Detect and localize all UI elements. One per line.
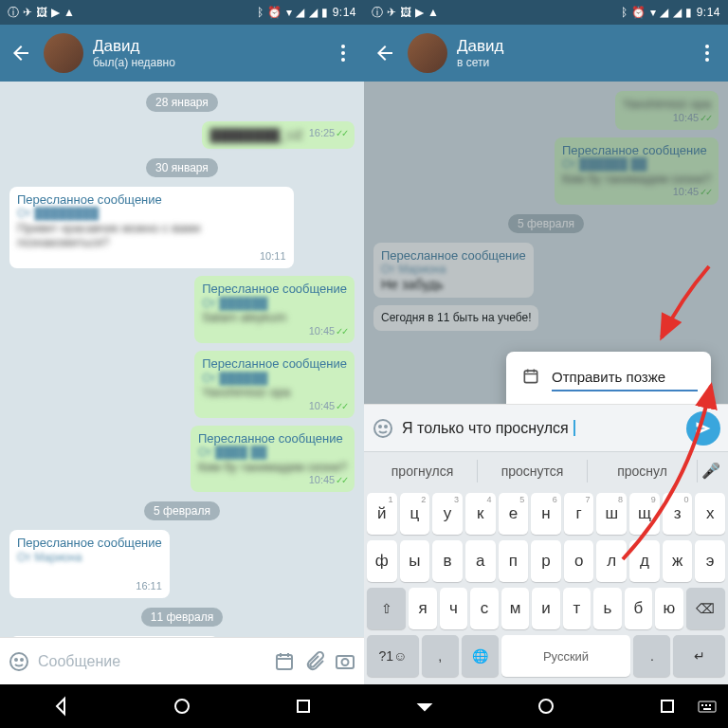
camera-icon[interactable] — [334, 650, 356, 673]
key-space[interactable]: Русский — [501, 635, 631, 677]
key-ю[interactable]: ю — [655, 588, 682, 629]
svg-point-4 — [15, 659, 17, 661]
nav-keyboard-button[interactable] — [696, 695, 719, 718]
nav-back-button[interactable] — [413, 695, 436, 718]
key-symbols[interactable]: ?1☺ — [367, 635, 419, 677]
status-bar: ⓘ ✈ 🖼 ▶ ▲ ᛒ ⏰ ▾ ◢ ◢ ▮ 9:14 — [364, 0, 728, 25]
nav-recent-button[interactable] — [292, 695, 315, 718]
key-е[interactable]: е5 — [499, 493, 529, 535]
back-button[interactable] — [373, 42, 396, 64]
avatar[interactable] — [408, 33, 447, 73]
key-я[interactable]: я — [409, 588, 436, 629]
key-б[interactable]: б — [625, 588, 652, 629]
svg-point-8 — [342, 659, 349, 665]
chat-messages-area[interactable]: 28 января ████████_UZ16:25 30 января Пер… — [0, 82, 364, 637]
play-icon: ▶ — [415, 6, 424, 19]
message-out[interactable]: Пересланное сообщение От ██████ Salam al… — [194, 276, 355, 343]
key-backspace[interactable]: ⌫ — [686, 588, 725, 629]
svg-rect-22 — [705, 704, 707, 706]
key-ц[interactable]: ц2 — [400, 493, 430, 535]
svg-rect-20 — [699, 701, 716, 712]
message-in[interactable]: Пересланное сообщение От Мариона 16:11 — [9, 530, 170, 598]
wifi-icon: ▾ — [650, 6, 657, 19]
battery-icon: ▮ — [685, 6, 693, 19]
key-ь[interactable]: ь — [593, 588, 621, 629]
contact-name[interactable]: Давид — [457, 37, 696, 56]
key-period[interactable]: . — [633, 635, 670, 677]
key-ч[interactable]: ч — [440, 588, 467, 629]
suggestion[interactable]: прогнулся — [368, 460, 478, 482]
key-п[interactable]: п — [499, 540, 529, 582]
key-ф[interactable]: ф — [367, 540, 397, 582]
schedule-icon[interactable] — [273, 650, 296, 673]
signal-icon: ◢ — [296, 6, 305, 19]
key-в[interactable]: в — [432, 540, 463, 582]
info-icon: ⓘ — [372, 5, 383, 21]
suggestion[interactable]: проснутся — [478, 460, 588, 482]
date-separator: 5 февраля — [508, 214, 584, 233]
message-in[interactable]: Сегодня в 11 быть на учебе! 09:14 — [9, 636, 219, 637]
key-с[interactable]: с — [470, 588, 498, 629]
more-menu-button[interactable] — [332, 42, 355, 64]
date-separator: 5 февраля — [144, 501, 220, 520]
attach-icon[interactable] — [303, 650, 326, 673]
svg-point-1 — [341, 51, 345, 55]
key-й[interactable]: й1 — [367, 493, 397, 535]
image-icon: 🖼 — [36, 6, 47, 19]
svg-point-3 — [10, 653, 27, 670]
sticker-icon[interactable] — [372, 417, 394, 440]
svg-rect-7 — [337, 656, 354, 668]
nav-back-button[interactable] — [49, 695, 72, 718]
nav-home-button[interactable] — [535, 695, 557, 718]
message-out[interactable]: Пересланное сообщение От ██████ ██ Ким б… — [555, 137, 719, 205]
svg-point-12 — [705, 51, 709, 55]
more-menu-button[interactable] — [696, 42, 719, 64]
signal-icon-2: ◢ — [309, 6, 318, 19]
warning-icon: ▲ — [64, 6, 75, 19]
nav-recent-button[interactable] — [656, 695, 679, 718]
contact-name[interactable]: Давид — [93, 37, 332, 56]
message-out[interactable]: Yaxshimisiz opa 10:45 — [615, 91, 719, 130]
alarm-icon: ⏰ — [631, 6, 646, 19]
nav-home-button[interactable] — [171, 695, 193, 718]
date-separator: 28 января — [146, 93, 218, 112]
right-screenshot: ⓘ ✈ 🖼 ▶ ▲ ᛒ ⏰ ▾ ◢ ◢ ▮ 9:14 Давид в сети — [364, 0, 728, 728]
message-out[interactable]: ████████_UZ16:25 — [202, 121, 355, 149]
key-о[interactable]: о — [564, 540, 594, 582]
svg-rect-24 — [703, 708, 711, 710]
sticker-icon[interactable] — [8, 650, 30, 673]
key-ы[interactable]: ы — [400, 540, 430, 582]
status-bar: ⓘ ✈ 🖼 ▶ ▲ ᛒ ⏰ ▾ ◢ ◢ ▮ 9:14 — [0, 0, 364, 25]
play-icon: ▶ — [51, 6, 60, 19]
key-т[interactable]: т — [563, 588, 591, 629]
send-icon: ✈ — [387, 6, 396, 19]
chat-messages-area[interactable]: Yaxshimisiz opa 10:45 Пересланное сообще… — [364, 82, 728, 404]
key-к[interactable]: к4 — [465, 493, 496, 535]
avatar[interactable] — [44, 33, 83, 73]
info-icon: ⓘ — [8, 5, 19, 21]
key-г[interactable]: г7 — [564, 493, 594, 535]
key-н[interactable]: н6 — [531, 493, 561, 535]
key-enter[interactable]: ↵ — [673, 635, 725, 677]
key-м[interactable]: м — [501, 588, 529, 629]
key-р[interactable]: р — [531, 540, 561, 582]
message-in[interactable]: Пересланное сообщение От ████████ Привет… — [9, 187, 294, 268]
message-out[interactable]: Пересланное сообщение От ██████ Yaxshimi… — [194, 351, 355, 418]
message-in[interactable]: Пересланное сообщение От Мариона Не забу… — [373, 243, 534, 299]
svg-rect-21 — [701, 704, 703, 706]
message-input[interactable] — [38, 653, 265, 670]
key-globe[interactable]: 🌐 — [462, 635, 499, 677]
key-comma[interactable]: , — [422, 635, 459, 677]
android-nav-bar — [0, 684, 364, 728]
key-у[interactable]: у3 — [432, 493, 463, 535]
key-а[interactable]: а — [465, 540, 496, 582]
message-in[interactable]: Сегодня в 11 быть на учебе! — [373, 305, 538, 330]
key-shift[interactable]: ⇧ — [367, 588, 406, 629]
svg-point-2 — [341, 58, 345, 62]
svg-point-18 — [539, 700, 553, 713]
svg-rect-10 — [298, 701, 309, 712]
back-button[interactable] — [9, 42, 32, 64]
message-out[interactable]: Пересланное сообщение От ████ ██ Ким бу … — [191, 426, 355, 493]
warning-icon: ▲ — [428, 6, 439, 19]
key-и[interactable]: и — [532, 588, 559, 629]
